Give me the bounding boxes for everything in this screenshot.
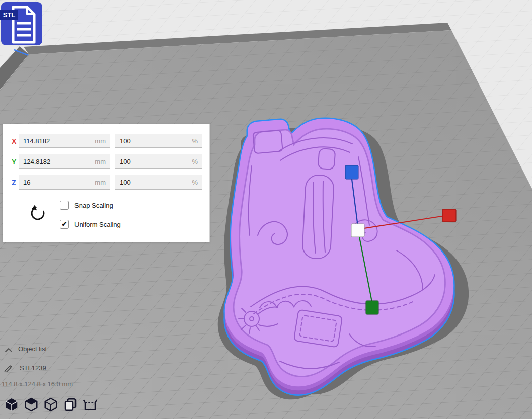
uniform-scaling-label: Uniform Scaling [74, 221, 121, 228]
scale-y-percent-value: 100 [120, 158, 131, 165]
stl-badge-label: STL [3, 11, 16, 19]
scale-tool-panel: X 114.8182 mm 100 % Y 124.8182 mm 100 % … [3, 124, 210, 242]
scale-x-mm-unit: mm [95, 134, 106, 148]
scale-z-mm-unit: mm [95, 175, 106, 190]
scale-x-mm-input[interactable]: 114.8182 mm [19, 134, 110, 148]
model-dimensions: 114.8 x 124.8 x 16.0 mm [2, 380, 73, 388]
chevron-up-icon[interactable] [4, 346, 13, 352]
reset-scale-icon [29, 203, 45, 221]
scale-z-mm-value: 16 [23, 179, 30, 186]
scale-z-percent-input[interactable]: 100 % [115, 175, 202, 190]
scale-z-percent-unit: % [192, 175, 198, 190]
reset-scale-button[interactable] [27, 203, 48, 224]
copy-pages-icon[interactable] [63, 397, 78, 412]
scale-y-mm-input[interactable]: 124.8182 mm [19, 154, 110, 169]
scale-y-percent-input[interactable]: 100 % [115, 154, 202, 169]
cube-solid-icon[interactable] [4, 397, 19, 412]
snap-scaling-checkbox[interactable] [60, 201, 69, 210]
scale-handle-z[interactable] [345, 165, 358, 179]
scale-x-percent-value: 100 [120, 137, 131, 145]
scale-handle-y[interactable] [366, 301, 378, 314]
object-list-header[interactable]: Object list [18, 345, 47, 353]
scale-y-mm-unit: mm [95, 154, 106, 169]
snap-scaling-label: Snap Scaling [74, 202, 113, 209]
snap-scaling-option[interactable]: Snap Scaling [60, 201, 113, 210]
cube-shaded-icon[interactable] [24, 397, 39, 412]
object-list-item-name[interactable]: STL1239 [20, 364, 46, 372]
view-toolbar [4, 397, 98, 412]
scale-y-percent-unit: % [192, 154, 198, 169]
axis-x-label: X [12, 134, 16, 149]
scale-row-x: X 114.8182 mm 100 % [3, 134, 209, 149]
scale-row-y: Y 124.8182 mm 100 % [3, 154, 209, 170]
axis-z-label: Z [12, 175, 16, 191]
scale-x-percent-unit: % [192, 134, 198, 148]
scale-z-mm-input[interactable]: 16 mm [19, 175, 110, 190]
scale-row-z: Z 16 mm 100 % [3, 175, 209, 191]
axis-y-label: Y [12, 154, 16, 170]
box-open-icon[interactable] [83, 397, 98, 412]
uniform-scaling-option[interactable]: ✔ Uniform Scaling [60, 220, 121, 229]
scale-z-percent-value: 100 [120, 179, 131, 186]
scale-x-mm-value: 114.8182 [23, 137, 50, 145]
scale-handle-x[interactable] [442, 209, 456, 222]
uniform-scaling-checkbox[interactable]: ✔ [60, 220, 69, 229]
scale-y-mm-value: 124.8182 [23, 158, 50, 165]
cube-wireframe-icon[interactable] [43, 397, 58, 412]
scale-x-percent-input[interactable]: 100 % [115, 134, 202, 148]
stl-file-badge: STL [0, 1, 45, 48]
application-window: STL X 114.8182 mm 100 % Y 124.8182 mm 10… [0, 0, 532, 419]
pencil-icon[interactable] [4, 363, 13, 372]
scale-handle-center[interactable] [351, 224, 364, 237]
